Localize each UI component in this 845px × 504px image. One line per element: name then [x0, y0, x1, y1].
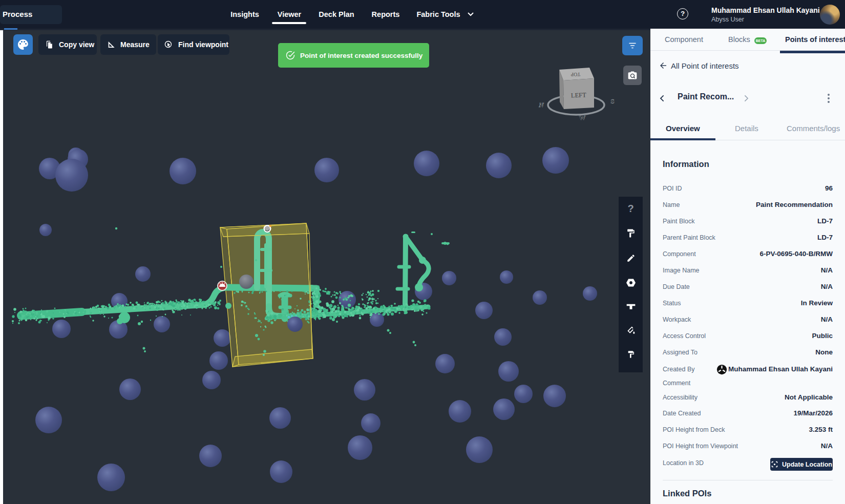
- svg-text:N: N: [538, 101, 544, 109]
- svg-text:W: W: [579, 114, 586, 121]
- svg-text:LEFT: LEFT: [571, 91, 587, 99]
- svg-text:S: S: [610, 97, 614, 105]
- svg-text:TOP: TOP: [571, 72, 581, 78]
